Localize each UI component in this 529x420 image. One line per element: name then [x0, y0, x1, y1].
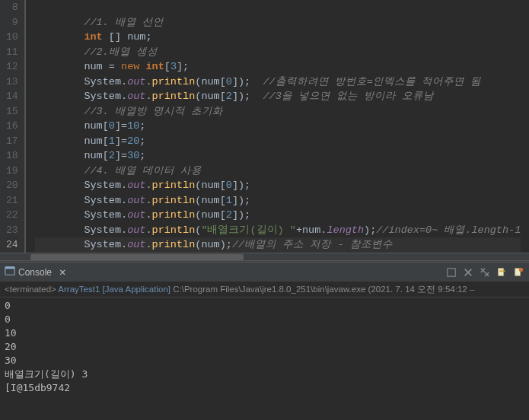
- line-number: 17: [6, 134, 18, 149]
- line-number: 12: [6, 59, 18, 75]
- line-number-gutter: 89101112131415161718192021222324: [0, 0, 26, 253]
- line-number: 24: [6, 237, 18, 253]
- code-line[interactable]: num = new int[3];: [35, 59, 521, 75]
- svg-rect-4: [499, 270, 505, 272]
- code-line[interactable]: num[2]=30;: [35, 148, 521, 164]
- console-line: 10: [5, 326, 524, 340]
- line-number: 16: [6, 119, 18, 134]
- status-path: C:\Program Files\Java\jre1.8.0_251\bin\j…: [173, 285, 365, 294]
- code-line[interactable]: System.out.println(num[0]); //출력하려면 방번호=…: [35, 75, 521, 90]
- console-status-bar: <terminated> ArrayTest1 [Java Applicatio…: [0, 282, 529, 298]
- code-line[interactable]: System.out.println(num[2]);: [35, 208, 521, 223]
- code-line[interactable]: num[1]=20;: [35, 134, 521, 149]
- line-number: 8: [6, 0, 18, 15]
- line-number: 18: [6, 148, 18, 164]
- code-line[interactable]: int [] num;: [35, 30, 521, 45]
- svg-rect-3: [499, 268, 504, 275]
- clear-console-icon[interactable]: [496, 266, 508, 278]
- console-line: 0: [5, 313, 524, 326]
- line-number: 21: [6, 193, 18, 208]
- scrollbar-thumb[interactable]: [30, 254, 244, 260]
- line-number: 20: [6, 178, 18, 193]
- console-output[interactable]: 00102030배열크기(길이) 3[I@15db9742: [0, 298, 529, 396]
- code-line[interactable]: //4. 배열 데이터 사용: [35, 164, 521, 179]
- console-line: 배열크기(길이) 3: [5, 368, 524, 381]
- close-icon[interactable]: ✕: [59, 266, 65, 278]
- svg-point-6: [519, 267, 523, 271]
- toolbar-btn-1[interactable]: [445, 266, 457, 278]
- code-line[interactable]: System.out.println(num[1]);: [35, 193, 521, 208]
- code-line[interactable]: //3. 배열방 명시적 초기화: [35, 104, 521, 119]
- line-number: 13: [6, 75, 18, 90]
- console-line: [I@15db9742: [5, 381, 524, 395]
- console-line: 0: [5, 299, 524, 313]
- console-header: Console ✕: [0, 262, 529, 282]
- status-terminated: <terminated>: [5, 285, 56, 294]
- status-app[interactable]: ArrayTest1 [Java Application]: [58, 285, 170, 294]
- code-line[interactable]: System.out.println(num[2]); //3을 넣으면 없는 …: [35, 89, 521, 104]
- line-number: 11: [6, 45, 18, 60]
- code-line[interactable]: System.out.println(num);//배열의 주소 저장 - 참조…: [35, 237, 521, 253]
- code-line[interactable]: [35, 0, 521, 15]
- console-line: 30: [5, 354, 524, 368]
- remove-all-icon[interactable]: [479, 266, 491, 278]
- code-line[interactable]: //1. 배열 선언: [35, 15, 521, 30]
- svg-rect-2: [448, 268, 456, 276]
- console-icon: [5, 266, 15, 278]
- line-number: 19: [6, 164, 18, 179]
- code-line[interactable]: num[0]=10;: [35, 119, 521, 134]
- code-area[interactable]: //1. 배열 선언 int [] num; //2.배열 생성 num = n…: [26, 0, 521, 253]
- code-line[interactable]: System.out.println("배열크기(길이) "+num.lengt…: [35, 223, 521, 238]
- code-line[interactable]: System.out.println(num[0]);: [35, 178, 521, 193]
- line-number: 14: [6, 89, 18, 104]
- line-number: 23: [6, 223, 18, 238]
- remove-launch-icon[interactable]: [462, 266, 474, 278]
- pin-console-icon[interactable]: [512, 266, 524, 278]
- svg-rect-1: [5, 267, 14, 269]
- console-tab-label: Console: [18, 267, 52, 278]
- line-number: 22: [6, 208, 18, 223]
- status-time: (2021. 7. 14 오전 9:54:12 –: [368, 285, 475, 294]
- console-tab[interactable]: Console: [5, 266, 52, 278]
- code-line[interactable]: //2.배열 생성: [35, 45, 521, 60]
- line-number: 10: [6, 30, 18, 45]
- code-editor[interactable]: 89101112131415161718192021222324 //1. 배열…: [0, 0, 529, 253]
- line-number: 15: [6, 104, 18, 119]
- line-number: 9: [6, 15, 18, 30]
- console-line: 20: [5, 340, 524, 354]
- horizontal-scrollbar[interactable]: [0, 253, 529, 260]
